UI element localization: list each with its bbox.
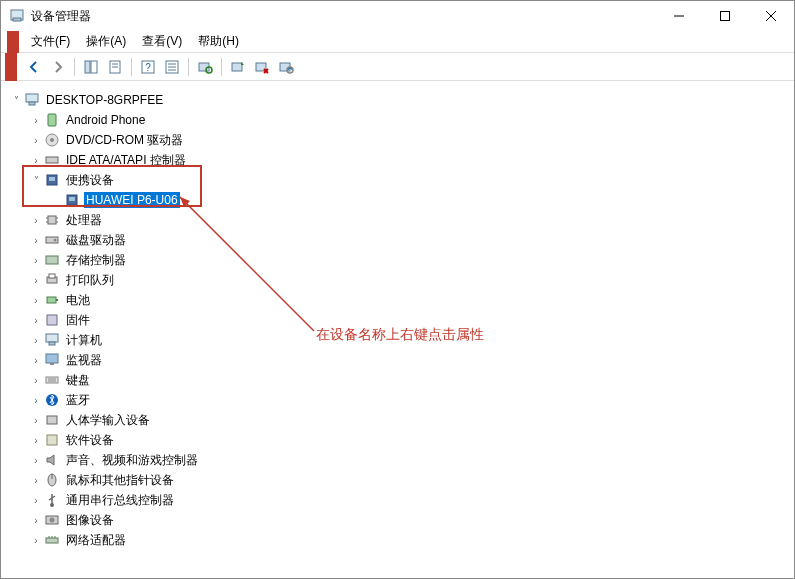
- expand-icon[interactable]: ›: [28, 132, 44, 148]
- tree-node[interactable]: › 网络适配器: [28, 530, 787, 550]
- expand-icon[interactable]: ›: [28, 452, 44, 468]
- svg-rect-50: [46, 354, 58, 363]
- expand-icon[interactable]: ›: [28, 212, 44, 228]
- update-driver-button[interactable]: [227, 56, 249, 78]
- maximize-button[interactable]: [702, 1, 748, 31]
- menu-action[interactable]: 操作(A): [78, 31, 134, 52]
- properties-button[interactable]: [104, 56, 126, 78]
- tree-label: 鼠标和其他指针设备: [64, 471, 176, 490]
- expand-icon[interactable]: ›: [28, 292, 44, 308]
- expand-icon[interactable]: ›: [28, 352, 44, 368]
- collapse-icon[interactable]: ˅: [8, 92, 24, 108]
- uninstall-button[interactable]: [251, 56, 273, 78]
- menu-help[interactable]: 帮助(H): [190, 31, 247, 52]
- svg-point-62: [50, 518, 55, 523]
- svg-rect-52: [46, 377, 58, 383]
- tree-node[interactable]: › 磁盘驱动器: [28, 230, 787, 250]
- expand-icon[interactable]: ›: [28, 412, 44, 428]
- tree-node[interactable]: › DVD/CD-ROM 驱动器: [28, 130, 787, 150]
- forward-button[interactable]: [47, 56, 69, 78]
- svg-rect-51: [50, 363, 54, 365]
- expand-icon[interactable]: ›: [28, 272, 44, 288]
- expand-icon[interactable]: [48, 192, 64, 208]
- expand-icon[interactable]: ›: [28, 152, 44, 168]
- svg-rect-7: [91, 61, 97, 73]
- svg-point-29: [50, 138, 54, 142]
- tree-node[interactable]: › 通用串行总线控制器: [28, 490, 787, 510]
- tree-label: 键盘: [64, 371, 92, 390]
- close-button[interactable]: [748, 1, 794, 31]
- help-button[interactable]: ?: [137, 56, 159, 78]
- device-icon: [44, 512, 60, 528]
- toolbar-separator: [131, 58, 132, 76]
- tree-node[interactable]: › 电池: [28, 290, 787, 310]
- tree-root-label: DESKTOP-8GRPFEE: [44, 92, 165, 108]
- tree-node[interactable]: › 图像设备: [28, 510, 787, 530]
- svg-rect-44: [49, 274, 55, 278]
- tree-node[interactable]: HUAWEI P6-U06: [48, 190, 787, 210]
- scan-hardware-button[interactable]: [194, 56, 216, 78]
- device-icon: [44, 292, 60, 308]
- device-icon: [44, 332, 60, 348]
- show-hide-tree-button[interactable]: [80, 56, 102, 78]
- menu-view[interactable]: 查看(V): [134, 31, 190, 52]
- expand-icon[interactable]: ›: [28, 252, 44, 268]
- device-icon: [44, 312, 60, 328]
- expand-icon[interactable]: ›: [28, 472, 44, 488]
- expand-icon[interactable]: ›: [28, 332, 44, 348]
- device-icon: [44, 372, 60, 388]
- expand-icon[interactable]: ˅: [28, 172, 44, 188]
- tree-node[interactable]: › 处理器: [28, 210, 787, 230]
- device-icon: [44, 392, 60, 408]
- svg-rect-49: [49, 342, 55, 345]
- tree-node[interactable]: ˅ 便携设备: [28, 170, 787, 190]
- expand-icon[interactable]: ›: [28, 432, 44, 448]
- tree-node[interactable]: › Android Phone: [28, 110, 787, 130]
- expand-icon[interactable]: ›: [28, 492, 44, 508]
- expand-icon[interactable]: ›: [28, 392, 44, 408]
- expand-icon[interactable]: ›: [28, 512, 44, 528]
- expand-icon[interactable]: ›: [28, 372, 44, 388]
- svg-rect-35: [48, 216, 56, 224]
- tree-node[interactable]: › 鼠标和其他指针设备: [28, 470, 787, 490]
- menu-file[interactable]: 文件(F): [23, 31, 78, 52]
- tree-label: Android Phone: [64, 112, 147, 128]
- device-icon: [44, 172, 60, 188]
- window-title: 设备管理器: [31, 8, 656, 25]
- device-tree[interactable]: ˅ DESKTOP-8GRPFEE › Android Phone › DVD/…: [8, 90, 787, 550]
- expand-icon[interactable]: ›: [28, 532, 44, 548]
- tree-node[interactable]: › 软件设备: [28, 430, 787, 450]
- expand-icon[interactable]: ›: [28, 232, 44, 248]
- tree-root-node[interactable]: ˅ DESKTOP-8GRPFEE: [8, 90, 787, 110]
- svg-point-60: [50, 503, 54, 507]
- tree-label: 计算机: [64, 331, 104, 350]
- device-manager-window: 设备管理器 文件(F) 操作(A) 查看(V) 帮助(H): [0, 0, 795, 579]
- tree-node[interactable]: › 存储控制器: [28, 250, 787, 270]
- tree-node[interactable]: › 计算机: [28, 330, 787, 350]
- svg-rect-45: [47, 297, 56, 303]
- tree-node[interactable]: › 声音、视频和游戏控制器: [28, 450, 787, 470]
- tree-label: 软件设备: [64, 431, 116, 450]
- tree-node[interactable]: › 打印队列: [28, 270, 787, 290]
- tree-node[interactable]: › 键盘: [28, 370, 787, 390]
- tree-node[interactable]: › 固件: [28, 310, 787, 330]
- svg-rect-46: [56, 299, 58, 301]
- svg-rect-34: [69, 197, 75, 201]
- device-icon: [44, 272, 60, 288]
- list-button[interactable]: [161, 56, 183, 78]
- tree-label: 人体学输入设备: [64, 411, 152, 430]
- tree-node[interactable]: › IDE ATA/ATAPI 控制器: [28, 150, 787, 170]
- minimize-button[interactable]: [656, 1, 702, 31]
- tree-node[interactable]: › 蓝牙: [28, 390, 787, 410]
- expand-icon[interactable]: ›: [28, 112, 44, 128]
- tree-label: 蓝牙: [64, 391, 92, 410]
- device-icon: [44, 472, 60, 488]
- device-icon: [44, 492, 60, 508]
- tree-node[interactable]: › 人体学输入设备: [28, 410, 787, 430]
- expand-icon[interactable]: ›: [28, 312, 44, 328]
- tree-label: 固件: [64, 311, 92, 330]
- tree-label: 磁盘驱动器: [64, 231, 128, 250]
- disable-button[interactable]: [275, 56, 297, 78]
- back-button[interactable]: [23, 56, 45, 78]
- tree-node[interactable]: › 监视器: [28, 350, 787, 370]
